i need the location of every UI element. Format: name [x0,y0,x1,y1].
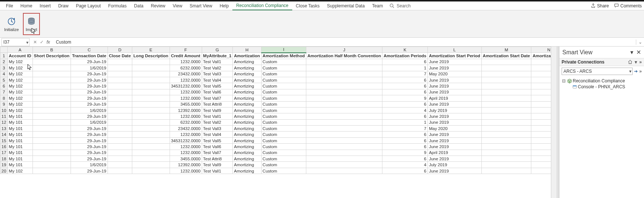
cell[interactable]: 1232.0000 [170,113,202,119]
tab-view[interactable]: View [169,2,186,10]
cell[interactable]: 1232.0000 [170,77,202,83]
cell[interactable]: 1/6/2019 [71,107,108,113]
field-header[interactable]: Amortization Start Date [481,53,531,59]
chevron-down-icon[interactable]: ▾ [26,40,28,45]
cell[interactable]: 29-Jun-19 [71,77,108,83]
cell[interactable] [132,83,170,89]
cell[interactable] [531,150,551,156]
cell[interactable] [108,156,132,162]
cell[interactable]: 6 [382,144,428,150]
cell[interactable] [132,113,170,119]
cell[interactable]: 6 [382,113,428,119]
cell[interactable]: Amortizing [233,150,261,156]
cell[interactable]: Amortizing [233,132,261,137]
cell[interactable]: 12392.0000 [170,162,202,168]
col-header-M[interactable]: M [481,47,531,53]
cell[interactable] [33,137,71,143]
cell[interactable]: 29-Jun-19 [71,150,108,156]
cell[interactable] [306,95,382,101]
cell[interactable] [306,107,382,113]
cell[interactable] [481,144,531,150]
cell[interactable] [481,150,531,156]
cell[interactable]: June 2019 [427,144,481,150]
row-header[interactable]: 9 [0,101,8,107]
cell[interactable] [132,156,170,162]
field-header[interactable]: Transaction Date [71,53,108,59]
row-header[interactable]: 20 [0,168,8,174]
cell[interactable] [531,119,551,125]
row-header[interactable]: 12 [0,119,8,125]
cell[interactable]: Test Attri8 [202,156,233,162]
cell[interactable] [481,168,531,174]
cell[interactable]: Custom [261,77,306,83]
cell[interactable] [531,168,551,174]
cell[interactable] [531,132,551,137]
cell[interactable] [33,77,71,83]
cell[interactable]: Custom [261,65,306,71]
cell[interactable] [481,89,531,95]
tab-home[interactable]: Home [17,2,36,10]
cell[interactable]: Test Vall3 [202,71,233,77]
cell[interactable]: Amortizing [233,144,261,150]
cell[interactable]: My 102 [7,107,33,113]
cell[interactable]: 1232.0000 [170,144,202,150]
cell[interactable]: 29-Jun-19 [71,132,108,137]
cell[interactable]: Custom [261,113,306,119]
cell[interactable]: 34531232.0000 [170,137,202,143]
cell[interactable]: My 102 [7,77,33,83]
col-header-G[interactable]: G [202,47,233,53]
cell[interactable]: 1232.0000 [170,89,202,95]
cell[interactable]: Custom [261,168,306,174]
tab-supplemental-data[interactable]: Supplemental Data [323,2,368,10]
cell[interactable]: 29-Jun-19 [71,83,108,89]
cell[interactable]: My 101 [7,119,33,125]
tab-draw[interactable]: Draw [54,2,72,10]
tree-collapse-icon[interactable]: ⊟ [562,78,566,83]
cell[interactable] [108,132,132,137]
cell[interactable]: June 2019 [427,132,481,137]
cell[interactable] [531,83,551,89]
cell[interactable] [108,126,132,132]
initialize-button[interactable]: Initialize [3,13,20,35]
cell[interactable]: Test Vall2 [202,65,233,71]
cell[interactable]: 9 [382,95,428,101]
cell[interactable]: 3455.0000 [170,101,202,107]
cell[interactable]: 6 [382,168,428,174]
field-header[interactable]: Long Description [132,53,170,59]
cell[interactable] [33,119,71,125]
cell[interactable] [33,156,71,162]
field-header[interactable]: Credit Amount [170,53,202,59]
cell[interactable]: 9 [382,150,428,156]
cell[interactable] [481,71,531,77]
cell[interactable]: My 102 [7,83,33,89]
spreadsheet-grid[interactable]: ABCDEFGHIJKLMN1Account IDShort Descripti… [0,47,551,198]
chevron-down-icon[interactable]: ▾ [629,69,631,74]
field-header[interactable]: Account ID [7,53,33,59]
cell[interactable]: May 2020 [427,126,481,132]
row-header[interactable]: 15 [0,137,8,143]
cell[interactable] [306,59,382,65]
cell[interactable] [108,119,132,125]
cell[interactable] [531,144,551,150]
cell[interactable]: 1/6/2019 [71,65,108,71]
cell[interactable]: Custom [261,119,306,125]
cell[interactable] [33,162,71,168]
cell[interactable] [33,59,71,65]
cell[interactable]: Custom [261,71,306,77]
col-header-I[interactable]: I [261,47,306,53]
cell[interactable] [108,137,132,143]
cell[interactable]: 1232.0000 [170,132,202,137]
cell[interactable]: Test Vall7 [202,150,233,156]
cell[interactable]: Amortizing [233,59,261,65]
cell[interactable] [108,89,132,95]
cell[interactable] [306,65,382,71]
tab-smart-view[interactable]: Smart View [186,2,216,10]
cell[interactable] [132,89,170,95]
cell[interactable]: Amortizing [233,83,261,89]
cell[interactable] [481,107,531,113]
more-icon[interactable]: » [639,69,642,74]
cell[interactable] [132,59,170,65]
cell[interactable]: July 2019 [427,162,481,168]
col-header-F[interactable]: F [170,47,202,53]
cell[interactable]: My 102 [7,59,33,65]
